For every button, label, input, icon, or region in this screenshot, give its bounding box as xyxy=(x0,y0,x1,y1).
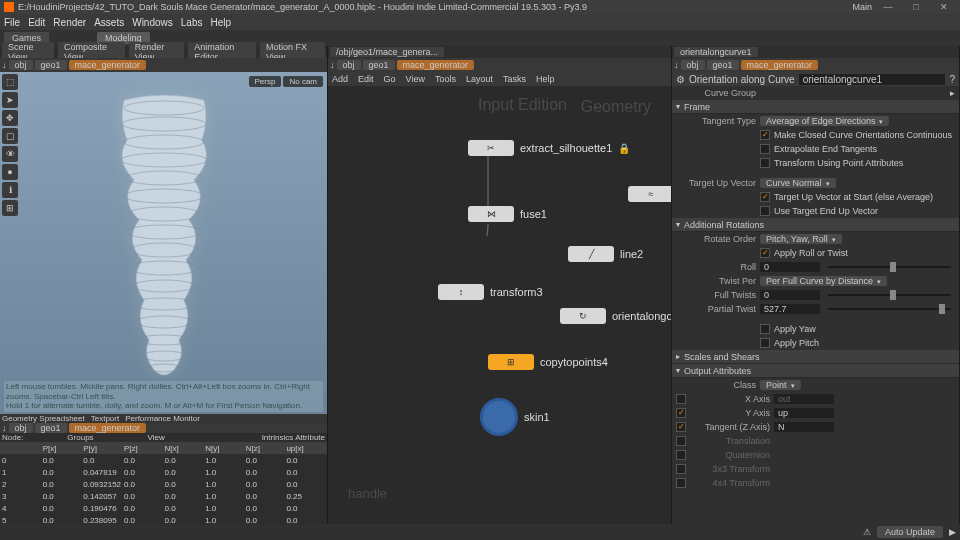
tab-perfmon[interactable]: Performance Monitor xyxy=(125,414,200,423)
tangent-type-dropdown[interactable]: Average of Edge Directions xyxy=(760,116,889,126)
path-sop[interactable]: mace_generator xyxy=(69,60,147,70)
view-icon[interactable]: 👁 xyxy=(2,146,18,162)
cook-icon[interactable]: ▶ xyxy=(949,527,956,537)
table-row[interactable]: 40.00.1904760.00.01.00.00.0 xyxy=(0,502,327,514)
persp-button[interactable]: Persp xyxy=(249,76,282,87)
table-row[interactable]: 20.00.09321520.00.01.00.00.0 xyxy=(0,478,327,490)
col-header[interactable]: N[x] xyxy=(165,444,204,453)
menu-render[interactable]: Render xyxy=(53,17,86,28)
viewport-help: Left mouse tumbles. Middle pans. Right d… xyxy=(4,381,323,412)
menu-windows[interactable]: Windows xyxy=(132,17,173,28)
tangentz-field[interactable]: N xyxy=(774,422,834,432)
path-obj[interactable]: obj xyxy=(9,60,33,70)
window-title: E:/HoudiniProjects/42_TUTO_Dark Souls Ma… xyxy=(18,2,587,12)
node-line[interactable]: ╱line2 xyxy=(568,246,643,262)
class-dropdown[interactable]: Point xyxy=(760,380,801,390)
snap-icon[interactable]: ⊞ xyxy=(2,200,18,216)
col-header[interactable]: P[x] xyxy=(43,444,82,453)
partial-slider[interactable] xyxy=(828,308,951,310)
node-extract[interactable]: ✂extract_silhouette1🔒 xyxy=(468,140,630,156)
upvector-dropdown[interactable]: Curve Normal xyxy=(760,178,836,188)
auto-update-button[interactable]: Auto Update xyxy=(877,526,943,538)
tab-textport[interactable]: Textport xyxy=(91,414,119,423)
network-view[interactable]: Input Edition Geometry ✂extract_silhouet… xyxy=(328,86,671,524)
partial-field[interactable]: 527.7 xyxy=(760,304,820,314)
frame-label: Input Edition xyxy=(478,96,567,114)
roll-field[interactable]: 0 xyxy=(760,262,820,272)
rotate-order-dropdown[interactable]: Pitch, Yaw, Roll xyxy=(760,234,842,244)
fulltwists-slider[interactable] xyxy=(828,294,951,296)
menu-edit[interactable]: Edit xyxy=(28,17,45,28)
titlebar: E:/HoudiniProjects/42_TUTO_Dark Souls Ma… xyxy=(0,0,960,14)
scene-pathbar: ↓ obj geo1 mace_generator xyxy=(0,58,327,72)
menu-file[interactable]: File xyxy=(4,17,20,28)
chk-apply-yaw[interactable] xyxy=(760,324,770,334)
handle-icon[interactable]: ✥ xyxy=(2,110,18,126)
nocam-button[interactable]: No cam xyxy=(283,76,323,87)
scene-tabstrip: Scene View Composite View Render View An… xyxy=(0,46,327,58)
viewport-mesh xyxy=(94,90,234,382)
spreadsheet-pane: Geometry Spreadsheet Textport Performanc… xyxy=(0,414,327,524)
close-icon[interactable]: ✕ xyxy=(932,2,956,12)
select-icon[interactable]: ⬚ xyxy=(2,74,18,90)
network-tabstrip: /obj/geo1/mace_genera... xyxy=(328,46,671,58)
network-menu: Add Edit Go View Tools Layout Tasks Help xyxy=(328,72,671,86)
table-row[interactable]: 30.00.1420570.00.01.00.00.25 xyxy=(0,490,327,502)
help-icon[interactable]: ? xyxy=(949,74,955,85)
inspect-icon[interactable]: ℹ xyxy=(2,182,18,198)
col-header[interactable]: P[z] xyxy=(124,444,163,453)
frame-handle: handle xyxy=(348,486,387,501)
arrow-icon[interactable]: ➤ xyxy=(2,92,18,108)
warning-icon[interactable]: ⚠ xyxy=(863,527,871,537)
table-row[interactable]: 00.00.00.00.01.00.00.0 xyxy=(0,454,327,466)
chk-transform-point[interactable] xyxy=(760,158,770,168)
col-header[interactable]: N[z] xyxy=(246,444,285,453)
folder-frame[interactable]: Frame xyxy=(672,100,959,114)
geometry-label: Geometry xyxy=(581,98,651,116)
render-icon[interactable]: ● xyxy=(2,164,18,180)
viewport[interactable]: ⬚ ➤ ✥ ▢ 👁 ● ℹ ⊞ Persp No cam xyxy=(0,72,327,414)
node-transform[interactable]: ↕transform3 xyxy=(438,284,543,300)
menu-help[interactable]: Help xyxy=(210,17,231,28)
yaxis-field[interactable]: up xyxy=(774,408,834,418)
region-icon[interactable]: ▢ xyxy=(2,128,18,144)
main-label: Main xyxy=(852,2,872,12)
node-orient[interactable]: ↻orientalongcu xyxy=(560,308,671,324)
arrow-icon[interactable]: ▸ xyxy=(950,88,955,98)
menubar: File Edit Render Assets Windows Labs Hel… xyxy=(0,14,960,30)
fulltwists-field[interactable]: 0 xyxy=(760,290,820,300)
statusbar: ⚠ Auto Update ▶ xyxy=(0,524,960,540)
app-logo xyxy=(4,2,14,12)
roll-slider[interactable] xyxy=(828,266,951,268)
menu-labs[interactable]: Labs xyxy=(181,17,203,28)
twistper-dropdown[interactable]: Per Full Curve by Distance xyxy=(760,276,887,286)
node-fuse[interactable]: ⋈fuse1 xyxy=(468,206,547,222)
node-copytopoints[interactable]: ⊞copytopoints4 xyxy=(488,354,608,370)
path-geo[interactable]: geo1 xyxy=(35,60,67,70)
tab-geomspreadsheet[interactable]: Geometry Spreadsheet xyxy=(2,414,85,423)
folder-addrot[interactable]: Additional Rotations xyxy=(672,218,959,232)
chk-apply-roll[interactable] xyxy=(760,248,770,258)
col-header[interactable]: P[y] xyxy=(83,444,122,453)
minimize-icon[interactable]: — xyxy=(876,2,900,12)
maximize-icon[interactable]: □ xyxy=(904,2,928,12)
col-header[interactable]: up[x] xyxy=(286,444,325,453)
chk-extrapolate[interactable] xyxy=(760,144,770,154)
node-wave[interactable]: ≈ xyxy=(628,186,671,202)
network-tab[interactable]: /obj/geo1/mace_genera... xyxy=(330,47,444,57)
parameter-pane: Curve Group▸ Frame Tangent TypeAverage o… xyxy=(672,86,959,524)
chk-target-end-up[interactable] xyxy=(760,206,770,216)
node-name[interactable]: orientalongcurve1 xyxy=(799,74,946,85)
viewport-toolbar: ⬚ ➤ ✥ ▢ 👁 ● ℹ ⊞ xyxy=(2,74,18,216)
menu-assets[interactable]: Assets xyxy=(94,17,124,28)
node-skin[interactable]: skin1 xyxy=(480,398,550,436)
chk-apply-pitch[interactable] xyxy=(760,338,770,348)
parm-header: ⚙ Orientation along Curve orientalongcur… xyxy=(672,72,959,86)
gear-icon[interactable]: ⚙ xyxy=(676,74,685,85)
table-row[interactable]: 10.00.0478190.00.01.00.00.0 xyxy=(0,466,327,478)
chk-closed-curve[interactable] xyxy=(760,130,770,140)
folder-scales[interactable]: Scales and Shears xyxy=(672,350,959,364)
col-header[interactable]: N[y] xyxy=(205,444,244,453)
folder-outattr[interactable]: Output Attributes xyxy=(672,364,959,378)
chk-target-up-start[interactable] xyxy=(760,192,770,202)
